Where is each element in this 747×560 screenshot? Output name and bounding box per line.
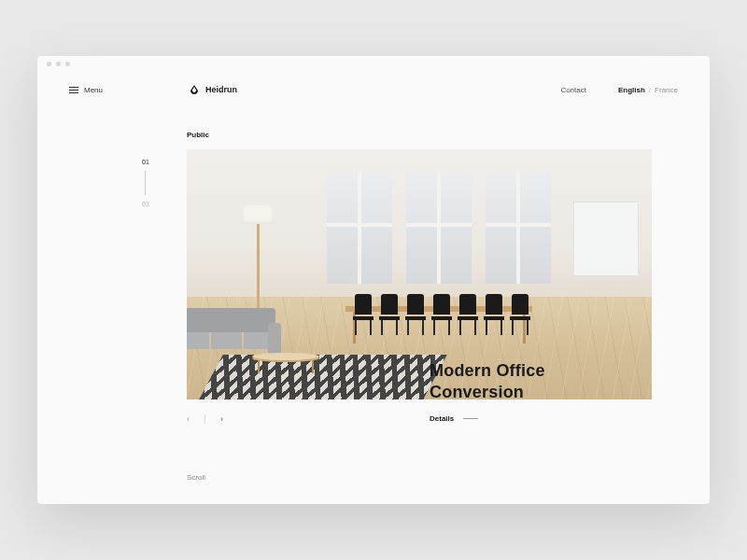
project-title: Modern Office Conversion xyxy=(430,360,545,404)
window-control-close[interactable] xyxy=(47,62,51,66)
dash-icon xyxy=(463,418,478,419)
hero-image xyxy=(187,149,652,399)
pager-total[interactable]: 03 xyxy=(142,201,149,207)
slide-arrows: ‹ › xyxy=(187,414,223,424)
prev-arrow[interactable]: ‹ xyxy=(187,414,190,424)
sofa-illustration xyxy=(187,308,275,360)
window-control-min[interactable] xyxy=(56,62,61,66)
browser-window: Menu Heidrun Contact English / France Pu… xyxy=(37,56,710,504)
whiteboard-illustration xyxy=(573,202,639,276)
window-illustration xyxy=(406,172,472,284)
page: Menu Heidrun Contact English / France Pu… xyxy=(37,71,710,504)
language-switcher: English / France xyxy=(618,86,678,94)
window-control-max[interactable] xyxy=(65,62,70,66)
chair-illustration xyxy=(458,294,478,331)
arrow-separator xyxy=(204,414,205,424)
title-line-2: Conversion xyxy=(430,382,545,403)
coffee-table-illustration xyxy=(252,353,319,360)
chair-illustration xyxy=(379,294,400,331)
details-label: Details xyxy=(430,414,454,423)
scroll-hint: Scroll xyxy=(187,473,205,482)
contact-link[interactable]: Contact xyxy=(560,86,586,94)
chair-illustration xyxy=(484,294,504,331)
title-line-1: Modern Office xyxy=(430,360,545,382)
chair-illustration xyxy=(353,294,374,331)
chair-illustration xyxy=(510,294,530,331)
rug-illustration xyxy=(199,355,447,399)
header: Menu Heidrun Contact English / France xyxy=(37,71,710,105)
logo[interactable]: Heidrun xyxy=(189,84,237,95)
lang-separator: / xyxy=(649,86,651,94)
details-link[interactable]: Details xyxy=(430,414,478,423)
pager-current[interactable]: 01 xyxy=(142,159,149,165)
window-illustration xyxy=(327,172,392,284)
header-right: Contact English / France xyxy=(560,86,678,94)
brand-name: Heidrun xyxy=(205,85,237,94)
menu-button[interactable]: Menu xyxy=(69,86,103,94)
chair-illustration xyxy=(405,294,426,331)
pager-line xyxy=(145,171,146,195)
hamburger-icon xyxy=(69,87,78,93)
window-illustration xyxy=(486,172,551,284)
logo-icon xyxy=(189,84,200,95)
category-label: Public xyxy=(187,131,209,139)
slide-pager: 01 03 xyxy=(142,159,149,207)
lang-france[interactable]: France xyxy=(655,86,678,94)
next-arrow[interactable]: › xyxy=(220,414,223,424)
chair-illustration xyxy=(431,294,452,331)
browser-chrome xyxy=(37,56,710,71)
lang-english[interactable]: English xyxy=(618,86,645,94)
menu-label: Menu xyxy=(84,86,103,94)
